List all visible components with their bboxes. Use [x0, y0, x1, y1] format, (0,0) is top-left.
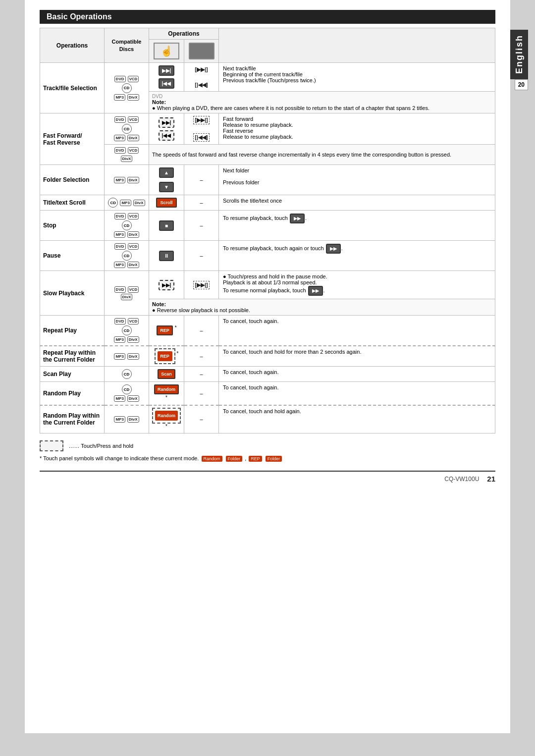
col-touch-icon: ☝ — [149, 40, 184, 63]
discs-folder-sel: MP3DivX — [105, 165, 149, 195]
desc-track: Next track/file Beginning of the current… — [219, 63, 495, 92]
row-repeat-play: Repeat Play DVDVCD CD MP3DivX REP * — [40, 316, 495, 346]
discs-scan-play: CD — [105, 367, 149, 382]
badge-random-folder: Random — [202, 456, 222, 462]
row-random-play: Random Play CD MP3DivX Random * – To can — [40, 382, 495, 405]
btn-random-folder: Random * — [149, 405, 184, 433]
desc-stop: To resume playback, touch ▶▶. — [219, 211, 495, 241]
row-fast-note: DVDVCDDivX The speeds of fast forward an… — [40, 145, 495, 165]
dash-random-folder: – — [184, 405, 219, 433]
discs-pause: DVDVCD CD MP3DivX — [105, 241, 149, 271]
discs-random-folder: MP3DivX — [105, 405, 149, 433]
label-title-scroll: Title/text Scroll — [40, 195, 105, 211]
footnote-text: * Touch panel symbols will change to ind… — [40, 455, 199, 461]
footnote: * Touch panel symbols will change to ind… — [40, 455, 495, 462]
badge-rep-folder: Folder — [266, 456, 282, 462]
row-pause: Pause DVDVCD CD MP3DivX ⏸ – — [40, 241, 495, 271]
discs-track-file: DVDVCD CD MP3DivX — [105, 63, 149, 113]
dash-stop: – — [184, 211, 219, 241]
label-repeat-folder: Repeat Play within the Current Folder — [40, 346, 105, 367]
row-random-folder: Random Play within the Current Folder MP… — [40, 405, 495, 433]
label-scan-play: Scan Play — [40, 367, 105, 382]
col-description — [219, 28, 495, 63]
dash-folder: – — [184, 165, 219, 195]
header-operations-text: Operations — [168, 30, 199, 37]
btn-folder: ▲ ▼ — [149, 165, 184, 195]
desc-scroll: Scrolls the title/text once — [219, 195, 495, 211]
row-track-file: Track/file Selection DVDVCD CD MP3DivX ▶… — [40, 63, 495, 92]
row-scan-play: Scan Play CD Scan – To cancel, touch aga… — [40, 367, 495, 382]
desc-random-play: To cancel, touch again. — [219, 382, 495, 405]
discs-title-scroll: CDMP3DivX — [105, 195, 149, 211]
dash-repeat: – — [184, 316, 219, 346]
discs-stop: DVDVCD CD MP3DivX — [105, 211, 149, 241]
col-screen-icon — [184, 40, 219, 63]
discs-repeat-play: DVDVCD CD MP3DivX — [105, 316, 149, 346]
bracket-slow-pb: [▶▶|] — [184, 271, 219, 299]
bracket-fast-fwd: [▶▶|] [|◀◀] — [184, 113, 219, 145]
dash-scroll: – — [184, 195, 219, 211]
dash-scan: – — [184, 367, 219, 382]
section-title: Basic Operations — [40, 10, 495, 24]
col-operations-label: Operations — [56, 42, 88, 49]
label-slow-pb: Slow Playback — [40, 271, 105, 316]
legend-text: …… Touch/Press and hold — [68, 443, 133, 449]
discs-random-play: CD MP3DivX — [105, 382, 149, 405]
btn-fast-fwd: ▶▶| |◀◀ — [149, 113, 184, 145]
label-pause: Pause — [40, 241, 105, 271]
btn-stop: ■ — [149, 211, 184, 241]
col-operations: Operations — [40, 28, 105, 63]
dash-pause: – — [184, 241, 219, 271]
desc-repeat-folder: To cancel, touch and hold for more than … — [219, 346, 495, 367]
discs-fast-note: DVDVCDDivX — [105, 145, 149, 165]
row-fast-fwd: Fast Forward/Fast Reverse DVDVCD CD MP3D… — [40, 113, 495, 145]
btn-scroll: Scroll — [149, 195, 184, 211]
btn-random-play: Random * — [149, 382, 184, 405]
col-compatible-label: Compatible Discs — [107, 38, 146, 53]
row-repeat-folder: Repeat Play within the Current Folder MP… — [40, 346, 495, 367]
label-stop: Stop — [40, 211, 105, 241]
legend-dashed-box — [40, 440, 63, 451]
footer-legend: …… Touch/Press and hold — [40, 440, 495, 451]
brand-text: CQ-VW100U — [444, 476, 479, 483]
row-title-scroll: Title/text Scroll CDMP3DivX Scroll – Scr… — [40, 195, 495, 211]
discs-repeat-folder: MP3DivX — [105, 346, 149, 367]
btn-repeat-folder: REP * — [149, 346, 184, 367]
desc-scan-play: To cancel, touch again. — [219, 367, 495, 382]
note-slow-pb: Note: ● Reverse slow playback is not pos… — [149, 299, 495, 316]
btn-track-next: ▶▶| |◀◀ — [149, 63, 184, 92]
desc-repeat-play: To cancel, touch again. — [219, 316, 495, 346]
prev-track-btn: |◀◀ — [159, 78, 175, 89]
label-repeat-play: Repeat Play — [40, 316, 105, 346]
label-fast-fwd: Fast Forward/Fast Reverse — [40, 113, 105, 165]
dash-repeat-folder: – — [184, 346, 219, 367]
note-fast-fwd: The speeds of fast forward and fast reve… — [149, 145, 495, 165]
label-random-folder: Random Play within the Current Folder — [40, 405, 105, 433]
btn-scan-play: Scan — [149, 367, 184, 382]
label-track-file: Track/file Selection — [40, 63, 105, 113]
discs-fast-fwd: DVDVCD CD MP3DivX — [105, 113, 149, 145]
desc-folder: Next folder Previous folder — [219, 165, 495, 195]
operations-table: Operations Compatible Discs Operations ☝ — [40, 28, 495, 433]
language-tab-text: English — [514, 35, 525, 74]
section-title-text: Basic Operations — [47, 12, 112, 21]
btn-repeat-play: REP * — [149, 316, 184, 346]
row-stop: Stop DVDVCD CD MP3DivX ■ – — [40, 211, 495, 241]
desc-slow-pb: ● Touch/press and hold in the pause mode… — [219, 271, 495, 299]
header-operations: Operations — [149, 28, 219, 40]
btn-slow-pb: ▶▶| — [149, 271, 184, 299]
discs-slow-pb: DVDVCD DivX — [105, 271, 149, 316]
dash-random: – — [184, 382, 219, 405]
language-tab: English — [510, 30, 528, 79]
note-track: DVD Note: ● When playing a DVD, there ar… — [149, 92, 495, 113]
desc-random-folder: To cancel, touch and hold again. — [219, 405, 495, 433]
desc-fast-fwd: Fast forward Release to resume playback.… — [219, 113, 495, 145]
label-folder-sel: Folder Selection — [40, 165, 105, 195]
badge-rep: REP — [249, 456, 262, 462]
page-number2: 21 — [487, 475, 495, 483]
desc-pause: To resume playback, touch again or touch… — [219, 241, 495, 271]
next-track-btn: ▶▶| — [159, 65, 175, 76]
page-number: 20 — [518, 81, 525, 88]
page-number-box: 20 — [515, 79, 528, 90]
badge-random-folder2: Folder — [226, 456, 243, 462]
